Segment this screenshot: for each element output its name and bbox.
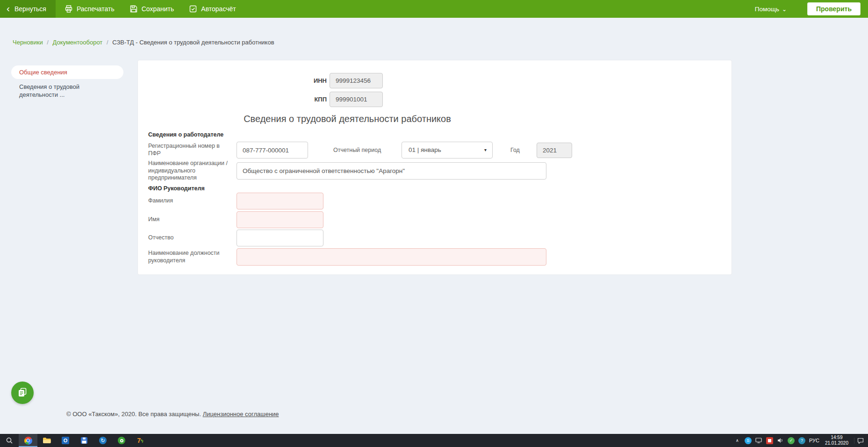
inn-row: ИНН (138, 73, 383, 88)
form-card: ИНН КПП Сведения о трудовой деятельности… (137, 60, 732, 275)
help-menu[interactable]: Помощь ⌄ (755, 0, 787, 18)
kpp-field (330, 92, 383, 107)
chat-widget-button[interactable] (11, 382, 34, 404)
clock-date: 21.01.2020 (825, 440, 848, 447)
search-icon[interactable] (0, 434, 19, 447)
autocalc-button[interactable]: Авторасчёт (183, 0, 242, 18)
surname-label: Фамилия (148, 197, 237, 205)
patronymic-field[interactable] (237, 230, 323, 246)
kpp-label: КПП (314, 96, 327, 103)
sync-app-icon[interactable]: ↻ (93, 434, 112, 447)
copyright-text: © ООО «Такском», 2020. Все права защищен… (66, 411, 203, 418)
chevron-down-icon: ⌄ (782, 6, 787, 13)
kpp-row: КПП (138, 92, 383, 107)
breadcrumb-drafts-link[interactable]: Черновики (13, 39, 43, 46)
help-menu-label: Помощь (755, 6, 779, 13)
reg-number-label: Регистрационный номер в ПФР (148, 143, 237, 157)
clock-time: 14:59 (825, 435, 848, 441)
clock[interactable]: 14:59 21.01.2020 (823, 435, 850, 447)
green-app-icon[interactable] (112, 434, 131, 447)
outlook-icon[interactable]: O (56, 434, 75, 447)
app-screen: ‹ Вернуться Распечатать Сохранить Автора… (0, 0, 868, 447)
breadcrumb-separator: / (107, 39, 108, 46)
tray-expand-icon[interactable]: ∧ (734, 437, 741, 444)
sidebar-item-activity[interactable]: Сведения о трудовой деятельности ... (11, 79, 100, 99)
name-label: Имя (148, 216, 237, 224)
position-field[interactable] (237, 248, 546, 266)
language-indicator[interactable]: РУС (809, 438, 819, 443)
period-select[interactable]: 01 | январь ▾ (402, 142, 493, 159)
year-field (537, 143, 572, 158)
surname-row: Фамилия (148, 193, 323, 209)
patronymic-label: Отчество (148, 234, 237, 242)
breadcrumb-current: СЗВ-ТД - Сведения о трудовой деятельност… (112, 39, 274, 46)
autocalc-button-label: Авторасчёт (201, 5, 236, 13)
fio-section-heading: ФИО Руководителя (148, 185, 205, 192)
printer-icon (65, 5, 73, 13)
breadcrumb-docflow-link[interactable]: Документооборот (53, 39, 103, 46)
reg-number-field[interactable] (237, 142, 308, 159)
section-sidebar: Общие сведения Сведения о трудовой деяте… (11, 65, 123, 99)
print-button-label: Распечатать (77, 5, 115, 13)
question-tray-icon[interactable]: ? (798, 437, 805, 444)
check-tray-icon[interactable]: ✓ (788, 437, 795, 444)
back-button[interactable]: ‹ Вернуться (0, 0, 56, 18)
system-tray: ∧ S ✓ ? РУС 14:59 21.01.2020 (734, 434, 868, 447)
skype-tray-icon[interactable]: S (745, 437, 752, 444)
select-arrow-icon: ▾ (484, 142, 487, 158)
top-toolbar: ‹ Вернуться Распечатать Сохранить Автора… (0, 0, 868, 18)
windows-taskbar: O ↻ 7ϟ ∧ S ✓ ? РУС 14:59 21.01.2020 (0, 434, 868, 447)
check-button[interactable]: Проверить (807, 2, 861, 15)
page-title: Сведения о трудовой деятельности работни… (148, 114, 546, 124)
print-button[interactable]: Распечатать (58, 0, 121, 18)
employer-section-heading: Сведения о работодателе (148, 131, 223, 138)
position-label: Наименование должности руководителя (148, 250, 237, 264)
file-explorer-icon[interactable] (37, 434, 56, 447)
back-button-label: Вернуться (14, 5, 46, 13)
chat-icon (17, 387, 28, 399)
position-row: Наименование должности руководителя (148, 248, 546, 266)
chrome-icon[interactable] (19, 434, 37, 447)
breadcrumb: Черновики / Документооборот / СЗВ-ТД - С… (13, 39, 274, 46)
save-button[interactable]: Сохранить (123, 0, 180, 18)
floppy-app-icon[interactable] (75, 434, 93, 447)
name-field[interactable] (237, 211, 323, 228)
seven-app-icon[interactable]: 7ϟ (131, 434, 150, 447)
inn-field (330, 73, 383, 88)
org-name-field[interactable] (237, 162, 546, 180)
year-label: Год (510, 147, 537, 153)
patronymic-row: Отчество (148, 230, 323, 246)
taskbar-apps: O ↻ 7ϟ (0, 434, 150, 447)
period-label: Отчетный период (333, 147, 402, 153)
checkbox-icon (189, 5, 197, 13)
sidebar-item-general[interactable]: Общие сведения (11, 65, 123, 79)
org-name-label: Наименование организации / индивидуально… (148, 160, 237, 182)
speaker-tray-icon[interactable] (777, 437, 784, 444)
monitor-tray-icon[interactable] (755, 437, 762, 444)
save-button-label: Сохранить (142, 5, 174, 13)
registration-row: Регистрационный номер в ПФР Отчетный пер… (148, 142, 572, 159)
copyright-footer: © ООО «Такском», 2020. Все права защищен… (66, 411, 279, 418)
chevron-left-icon: ‹ (7, 3, 10, 13)
breadcrumb-separator: / (47, 39, 49, 46)
notification-center-icon[interactable] (854, 438, 866, 444)
period-select-value: 01 | январь (409, 146, 441, 153)
floppy-icon (129, 5, 138, 13)
toolbar-spacer (242, 0, 755, 18)
surname-field[interactable] (237, 193, 323, 209)
flag-tray-icon[interactable] (766, 437, 773, 444)
inn-label: ИНН (314, 77, 327, 84)
org-name-row: Наименование организации / индивидуально… (148, 160, 546, 182)
name-row: Имя (148, 211, 323, 228)
license-agreement-link[interactable]: Лицензионное соглашение (203, 411, 279, 418)
